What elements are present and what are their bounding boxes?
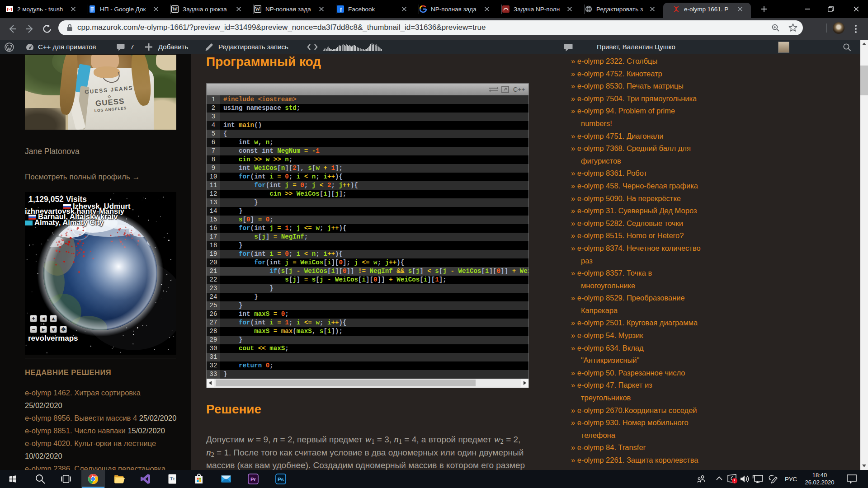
- svg-text:Ps: Ps: [278, 477, 284, 482]
- svg-text:Tt: Tt: [170, 476, 175, 481]
- svg-text:W: W: [255, 6, 260, 12]
- svg-text:W: W: [172, 6, 178, 12]
- svg-text:Pr: Pr: [250, 477, 256, 482]
